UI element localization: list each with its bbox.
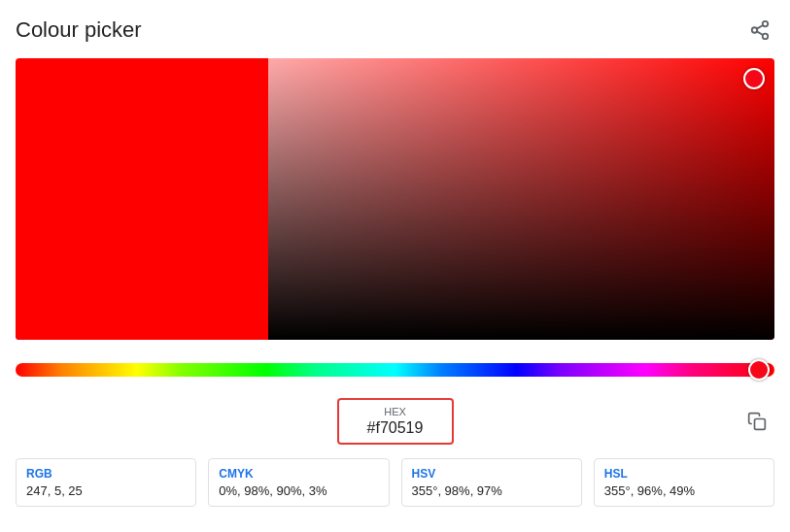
header: Colour picker [16,16,774,45]
hsl-box[interactable]: HSL 355°, 96%, 49% [594,458,774,507]
cmyk-value: 0%, 98%, 90%, 3% [219,483,378,498]
hex-label: HEX [357,406,434,417]
hex-row: HEX #f70519 [16,398,774,445]
hue-slider-track[interactable] [16,363,774,377]
hue-thumb[interactable] [748,359,770,381]
hsv-label: HSV [412,467,571,481]
color-values-row: RGB 247, 5, 25 CMYK 0%, 98%, 90%, 3% HSV… [16,458,774,507]
hsv-value: 355°, 98%, 97% [412,483,571,498]
share-button[interactable] [745,16,774,45]
rgb-label: RGB [26,467,186,481]
hue-slider-container[interactable] [16,359,774,381]
hsl-label: HSL [604,467,764,481]
hex-box[interactable]: HEX #f70519 [337,398,454,445]
copy-button[interactable] [739,404,774,439]
picker-thumb[interactable] [743,68,765,89]
hsv-box[interactable]: HSV 355°, 98%, 97% [401,458,582,507]
page-title: Colour picker [16,17,142,43]
rgb-value: 247, 5, 25 [26,483,186,498]
cmyk-label: CMYK [219,467,378,481]
hsl-value: 355°, 96%, 49% [604,483,764,498]
svg-line-3 [757,31,763,35]
colour-picker-container: Colour picker HEX #f70519 [0,0,790,526]
svg-line-4 [757,25,763,29]
hex-value: #f70519 [357,419,434,437]
cmyk-box[interactable]: CMYK 0%, 98%, 90%, 3% [208,458,389,507]
rgb-box[interactable]: RGB 247, 5, 25 [16,458,196,507]
svg-rect-5 [755,419,766,430]
color-picker-gradient[interactable] [16,58,774,340]
solid-color-block [16,58,268,340]
